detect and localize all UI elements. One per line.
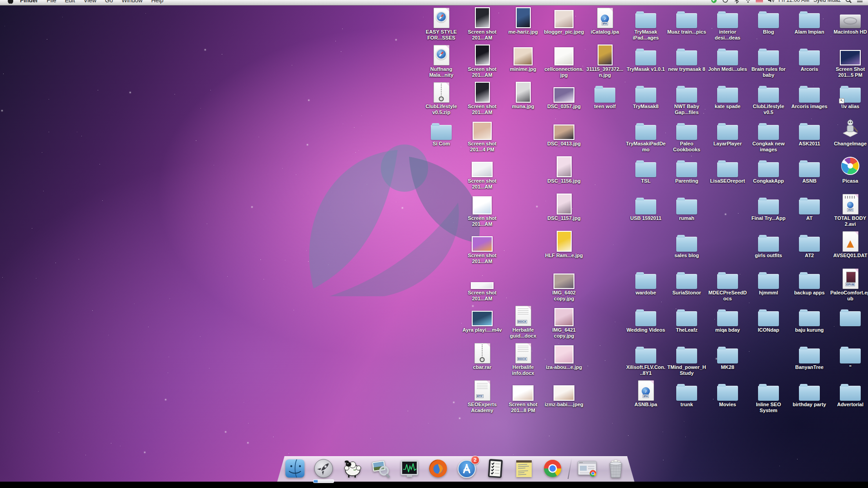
desktop-icon[interactable]: TryMasak8 [625,82,666,110]
desktop-icon[interactable]: DSC_0413.jpg [544,119,584,147]
input-language-flag-icon[interactable] [756,0,763,4]
desktop-icon[interactable]: Alam Impian [789,7,830,35]
desktop-icon[interactable]: girls outfits [748,231,789,259]
desktop-icon[interactable]: Screen shot 201...AM [462,45,503,79]
dock-item-chrome[interactable] [542,458,563,479]
dock-item-app-store[interactable]: 2 [456,458,477,479]
desktop-icon[interactable]: 31115_397372...n.jpg [584,45,625,79]
desktop-icon[interactable]: DOCXHerbalife guid...docx [503,305,544,339]
desktop-icon[interactable]: RTFSEOExperts Academy [462,380,503,414]
menubar-user-menu[interactable]: Syed Muaz [813,0,841,3]
desktop-icon[interactable]: TryMasak v1.0.1 [625,45,666,72]
desktop-icon[interactable]: Si Com [421,119,462,147]
desktop-icon[interactable]: interior desi...deas [707,7,748,41]
desktop-icon[interactable]: birthday party [789,380,830,408]
desktop-icon[interactable]: John Medi...ules [707,45,748,72]
desktop-icon[interactable]: wardobe [625,268,666,296]
desktop-icon[interactable]: MK28 [707,343,748,370]
menubar-clock[interactable]: Fri 12:00 AM [778,0,809,3]
desktop-icon[interactable]: Screen shot 201...AM [462,7,503,41]
desktop-icon[interactable]: Screen shot 201...AM [462,82,503,116]
desktop-icon[interactable]: AT [789,194,830,221]
desktop-icon[interactable]: Nuffnang Mala...nity [421,45,462,79]
menu-go[interactable]: Go [105,0,113,4]
desktop-icon[interactable]: Screen Shot 201...5 PM [830,45,868,79]
desktop-icon[interactable]: CongkakApp [748,156,789,184]
desktop-icon[interactable]: Muaz train...pics [666,7,707,35]
desktop-icon[interactable]: ↖\\v alias [830,82,868,110]
desktop-icon[interactable]: Advertorial [830,380,868,408]
desktop-icon[interactable]: Screen shot 201...4 PM [462,119,503,153]
desktop-icon[interactable]: " [830,343,868,370]
desktop-icon[interactable]: EASY STYLE FOR...SSES [421,7,462,41]
menu-file[interactable]: File [47,0,56,4]
desktop-icon[interactable]: miqa bday [707,305,748,333]
desktop-icon[interactable]: rumah [666,194,707,221]
desktop-icon[interactable]: TryMasak iPad...ages [625,7,666,41]
desktop-icon[interactable]: DSC_1156.jpg [544,156,584,184]
desktop-icon[interactable]: ChangeImage [830,119,868,147]
volume-icon[interactable] [767,0,774,4]
dock-item-stickies[interactable] [514,458,534,479]
desktop-icon[interactable] [830,305,868,327]
desktop-icon[interactable]: SuriaStonor [666,268,707,296]
desktop-icon[interactable]: Wedding Videos [625,305,666,333]
desktop-icon[interactable]: AT2 [789,231,830,259]
desktop-icon[interactable]: Macintosh HD [830,7,868,35]
desktop-icon[interactable]: Movies [707,380,748,408]
desktop-icon[interactable]: MDECPreSeedDocs [707,268,748,302]
dock-item-firefox[interactable] [428,458,449,479]
desktop-icon[interactable]: ♪IPAASNB.ipa [625,380,666,408]
desktop-icon[interactable]: Final Try...App [748,194,789,221]
desktop-icon[interactable]: ♪IPAiCatalog.ipa [584,7,625,35]
desktop-icon[interactable]: ASNB [789,156,830,184]
desktop-icon[interactable]: me-hariz.jpg [503,7,544,35]
desktop-icon[interactable]: minime.jpg [503,45,544,72]
desktop-icon[interactable]: ClubLifestyle v0.5.zip [421,82,462,116]
desktop-icon[interactable]: USB 1592011 [625,194,666,221]
desktop-icon[interactable]: izmz-babi....jpeg [544,380,584,408]
desktop-icon[interactable]: DSC_1157.jpg [544,194,584,221]
menu-help[interactable]: Help [151,0,164,4]
menu-view[interactable]: View [84,0,96,4]
desktop-icon[interactable]: DOCXHerbalife info.docx [503,343,544,377]
menu-finder[interactable]: Finder [20,0,38,4]
desktop-icon[interactable]: Parenting [666,156,707,184]
desktop-icon[interactable]: IMG_6421 copy.jpg [544,305,584,339]
desktop-icon[interactable]: IMG_6402 copy.jpg [544,268,584,302]
desktop-icon[interactable]: blogger_pic.jpeg [544,7,584,35]
desktop-icon[interactable]: EPUBPaleoComfort.epub [830,268,868,302]
desktop-icon[interactable]: Xilisoft.FLV.Con...8Y1 [625,343,666,377]
spotlight-icon[interactable] [845,0,852,4]
desktop-icon[interactable]: BanyanTree [789,343,830,370]
desktop-icon[interactable]: Arcoris [789,45,830,72]
desktop-icon[interactable]: ASK2011 [789,119,830,147]
desktop-icon[interactable]: Blog [748,7,789,35]
desktop-icon[interactable]: Screen shot 201...AM [462,268,503,302]
desktop-icon[interactable]: sales blog [666,231,707,259]
notification-list-icon[interactable] [856,0,863,4]
desktop-icon[interactable]: DSC_0357.jpg [544,82,584,110]
desktop-icon[interactable]: TheLeafz [666,305,707,333]
menu-window[interactable]: Window [121,0,142,4]
desktop-icon[interactable]: Picasa [830,156,868,184]
apple-menu-icon[interactable] [7,0,14,4]
desktop-icon[interactable]: Paleo Cookbooks [666,119,707,153]
desktop-icon[interactable]: teen wolf [584,82,625,110]
desktop-icon[interactable]: hjmmml [748,268,789,296]
desktop-icon[interactable]: trunk [666,380,707,408]
dock-item-minimized-chrome-window[interactable] [577,458,598,479]
desktop-icon[interactable]: AVITOTAL BODY 2.avi [830,194,868,228]
menu-edit[interactable]: Edit [65,0,75,4]
desktop-icon[interactable]: iza-abou...e.jpg [544,343,584,370]
desktop-icon[interactable]: TryMasakiPadDemo [625,119,666,153]
desktop-icon[interactable]: TMind_power_HStudy [666,343,707,377]
bluetooth-icon[interactable] [733,0,740,4]
desktop-icon[interactable]: Brain rules for baby [748,45,789,79]
dock-item-tasks-app[interactable] [485,458,506,479]
desktop-icon[interactable]: LisaSEOreport [707,156,748,184]
desktop-icon[interactable]: cellconnections.jpg [544,45,584,79]
desktop-icon[interactable]: ICONdap [748,305,789,333]
wifi-icon[interactable] [744,0,752,4]
desktop-icon[interactable]: TSL [625,156,666,184]
